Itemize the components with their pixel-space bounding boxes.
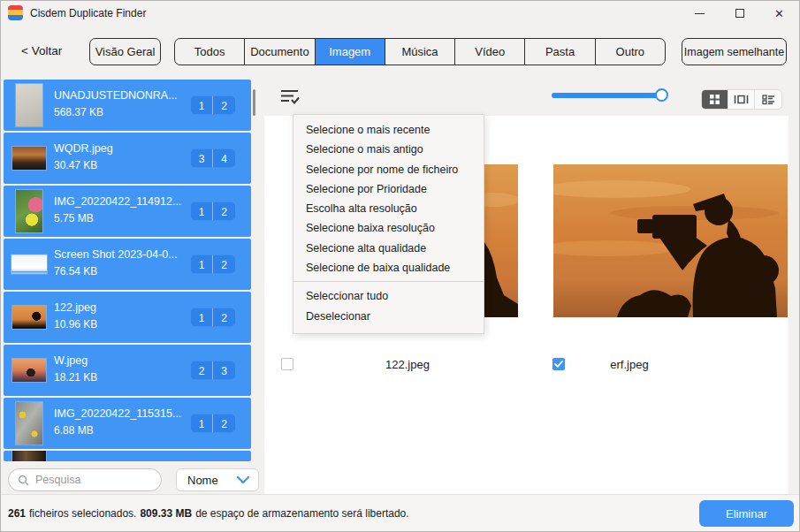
file-thumbnail: [8, 451, 50, 461]
titlebar: Cisdem Duplicate Finder ✕: [1, 1, 799, 26]
badge-selected: 1: [191, 308, 213, 327]
list-item[interactable]: [4, 451, 251, 461]
grid-view-icon: [709, 94, 720, 105]
file-size: 18.21 KB: [54, 371, 97, 384]
close-button[interactable]: ✕: [759, 1, 799, 26]
badge-total: 2: [213, 96, 235, 115]
badge-selected: 1: [191, 96, 213, 115]
column-view-button[interactable]: [728, 90, 755, 109]
similar-image-button[interactable]: Imagem semelhante: [682, 38, 787, 65]
file-thumbnail: [8, 255, 50, 274]
minimize-icon: [695, 13, 705, 14]
selected-count: 261: [8, 507, 26, 520]
file-name: 122.jpeg: [54, 301, 187, 314]
file-name: IMG_20220422_115315...: [54, 407, 187, 420]
duplicate-count-badges: 1 2: [191, 202, 235, 221]
duplicate-count-badges: 3 4: [191, 149, 235, 168]
list-view-button[interactable]: [755, 90, 781, 109]
column-view-icon: [734, 94, 749, 105]
space-value: 809.33 MB: [140, 507, 192, 520]
badge-total: 2: [213, 255, 235, 274]
tab-video[interactable]: Vídeo: [455, 39, 525, 65]
menu-item-select-all[interactable]: Seleccionar tudo: [293, 286, 484, 306]
file-checkbox-erf[interactable]: [552, 358, 565, 370]
menu-separator: [293, 281, 484, 282]
duplicate-count-badges: 1 2: [191, 414, 235, 433]
menu-item-low-quality[interactable]: Selecione de baixa qualidade: [293, 258, 484, 277]
grid-view-button[interactable]: [702, 90, 728, 109]
sidebar-scrollbar[interactable]: [253, 89, 255, 116]
back-button[interactable]: < Voltar: [21, 38, 62, 65]
app-window: Cisdem Duplicate Finder ✕ < Voltar Visão…: [0, 0, 800, 532]
file-thumbnail: [8, 402, 50, 445]
file-label-erf: erf.jpeg: [568, 358, 691, 371]
delete-button[interactable]: Eliminar: [699, 500, 794, 527]
menu-item-select-oldest[interactable]: Selecione o mais antigo: [293, 140, 484, 159]
list-item[interactable]: Screen Shot 2023-04-0... 76.54 KB 1 2: [4, 239, 251, 290]
overview-button[interactable]: Visão Geral: [89, 38, 161, 65]
tab-pasta[interactable]: Pasta: [525, 39, 595, 65]
slider-knob[interactable]: [655, 88, 668, 102]
duplicate-group-list: UNADJUSTEDNONRA... 568.37 KB 1 2 WQDR.jp…: [4, 80, 251, 462]
app-logo-icon: [8, 5, 23, 20]
badge-total: 4: [213, 149, 235, 168]
menu-item-low-resolution[interactable]: Selecione baixa resolução: [293, 218, 484, 238]
file-name: W.jpeg: [54, 354, 187, 367]
selection-menu-button[interactable]: [278, 86, 302, 109]
list-item[interactable]: WQDR.jpeg 30.47 KB 3 4: [4, 133, 251, 184]
badge-selected: 3: [191, 149, 213, 168]
duplicate-count-badges: 1 2: [191, 308, 235, 327]
file-name: UNADJUSTEDNONRA...: [54, 89, 187, 102]
duplicate-count-badges: 1 2: [191, 96, 235, 115]
file-label-122: 122.jpeg: [293, 358, 522, 371]
badge-total: 2: [213, 414, 235, 433]
badge-selected: 1: [191, 202, 213, 221]
selected-count-text: ficheiros selecionados.: [29, 507, 136, 520]
file-size: 568.37 KB: [54, 106, 103, 118]
file-size: 30.47 KB: [54, 159, 97, 171]
duplicate-count-badges: 2 3: [191, 361, 235, 380]
maximize-button[interactable]: [720, 1, 759, 26]
space-text: de espaço de armazenamento será libertad…: [195, 507, 408, 520]
menu-item-select-by-filename[interactable]: Selecione por nome de ficheiro: [293, 160, 484, 179]
list-item[interactable]: W.jpeg 18.21 KB 2 3: [4, 345, 251, 396]
selection-dropdown-menu: Selecione o mais recente Selecione o mai…: [293, 114, 484, 334]
list-item[interactable]: UNADJUSTEDNONRA... 568.37 KB 1 2: [4, 80, 251, 131]
thumbnail-size-slider[interactable]: [552, 93, 664, 98]
category-tabs: Todos Documento Imagem Música Vídeo Past…: [174, 38, 666, 65]
file-thumbnail: [8, 359, 50, 382]
tab-imagem[interactable]: Imagem: [316, 39, 385, 65]
tab-musica[interactable]: Música: [385, 39, 455, 65]
sort-by-select[interactable]: Nome: [176, 468, 259, 491]
badge-selected: 1: [191, 414, 213, 433]
badge-total: 3: [213, 361, 235, 380]
file-checkbox-122[interactable]: [281, 358, 293, 370]
menu-item-deselect[interactable]: Deselecionar: [293, 307, 484, 326]
selection-menu-icon: [280, 88, 301, 106]
menu-item-high-quality[interactable]: Selecione alta qualidade: [293, 239, 484, 258]
file-thumbnail: [8, 306, 50, 329]
menu-item-high-resolution[interactable]: Escolha alta resolução: [293, 199, 484, 218]
selection-summary: 261 ficheiros selecionados. 809.33 MB de…: [8, 495, 413, 532]
maximize-icon: [735, 9, 744, 18]
tab-documento[interactable]: Documento: [245, 39, 315, 65]
sort-by-value: Nome: [187, 474, 218, 487]
list-item[interactable]: 122.jpeg 10.96 KB 1 2: [4, 292, 251, 343]
file-thumbnail: [8, 147, 50, 170]
search-box: [8, 468, 162, 491]
file-size: 76.54 KB: [54, 265, 97, 277]
list-item[interactable]: IMG_20220422_114912... 5.75 MB 1 2: [4, 186, 251, 237]
tab-todos[interactable]: Todos: [175, 39, 245, 65]
search-input[interactable]: [35, 474, 150, 486]
minimize-button[interactable]: [680, 1, 720, 26]
menu-item-select-newest[interactable]: Selecione o mais recente: [293, 120, 484, 140]
search-icon: [18, 475, 29, 486]
tab-outro[interactable]: Outro: [596, 39, 665, 65]
file-size: 10.96 KB: [54, 318, 97, 331]
chevron-down-icon: [237, 476, 249, 484]
image-preview-122[interactable]: [484, 164, 518, 317]
file-size: 5.75 MB: [54, 212, 94, 224]
list-item[interactable]: IMG_20220422_115315... 6.88 MB 1 2: [4, 398, 251, 449]
menu-item-select-by-priority[interactable]: Selecione por Prioridade: [293, 179, 484, 199]
image-preview-erf[interactable]: [553, 164, 788, 317]
